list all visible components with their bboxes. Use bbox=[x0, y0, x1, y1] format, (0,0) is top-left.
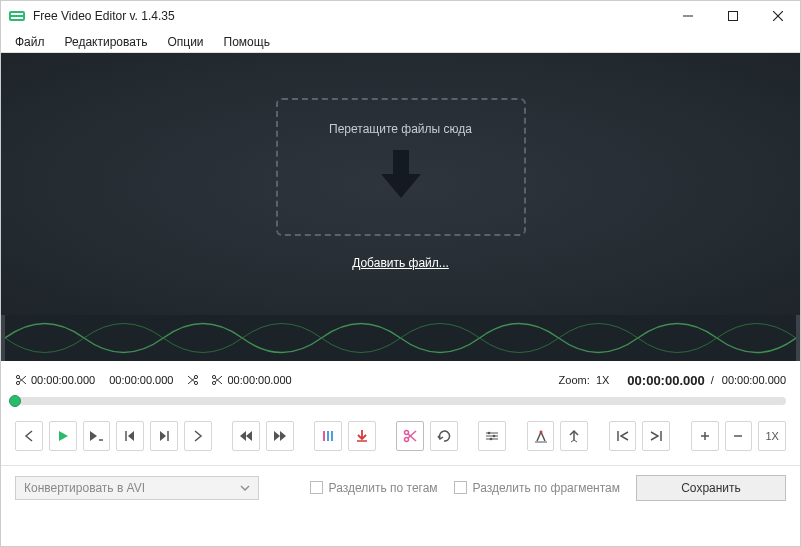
undo-button[interactable] bbox=[430, 421, 458, 451]
window-title: Free Video Editor v. 1.4.35 bbox=[33, 9, 665, 23]
fast-forward-button[interactable] bbox=[266, 421, 294, 451]
split-by-fragments-label: Разделить по фрагментам bbox=[473, 481, 620, 495]
menubar: Файл Редактировать Опции Помощь bbox=[1, 31, 800, 53]
zoom-in-button[interactable] bbox=[691, 421, 719, 451]
svg-point-36 bbox=[539, 431, 542, 434]
toolbar: 1X bbox=[1, 417, 800, 465]
rewind-button[interactable] bbox=[232, 421, 260, 451]
scissors-start-icon bbox=[15, 374, 27, 386]
next-file-button[interactable] bbox=[184, 421, 212, 451]
titlebar: Free Video Editor v. 1.4.35 bbox=[1, 1, 800, 31]
checkbox-icon bbox=[310, 481, 323, 494]
format-select-label: Конвертировать в AVI bbox=[24, 481, 145, 495]
chevron-down-icon bbox=[240, 485, 250, 491]
add-file-link[interactable]: Добавить файл... bbox=[352, 256, 449, 270]
menu-options[interactable]: Опции bbox=[159, 33, 211, 51]
time-info-row: 00:00:00.000 00:00:00.000 00:00:00.000 Z… bbox=[1, 367, 800, 393]
close-button[interactable] bbox=[755, 1, 800, 31]
bottom-bar: Конвертировать в AVI Разделить по тегам … bbox=[1, 465, 800, 509]
timeline-slider-wrap bbox=[1, 393, 800, 417]
zoom-label: Zoom: 1X bbox=[559, 374, 610, 386]
save-button[interactable]: Сохранить bbox=[636, 475, 786, 501]
svg-point-35 bbox=[490, 438, 493, 441]
down-arrow-icon bbox=[377, 148, 425, 200]
prev-file-button[interactable] bbox=[15, 421, 43, 451]
settings-button[interactable] bbox=[478, 421, 506, 451]
split-by-fragments-checkbox[interactable]: Разделить по фрагментам bbox=[454, 481, 620, 495]
time-separator: / bbox=[711, 374, 714, 386]
cut-button[interactable] bbox=[396, 421, 424, 451]
zoom-out-button[interactable] bbox=[725, 421, 753, 451]
menu-help[interactable]: Помощь bbox=[216, 33, 278, 51]
current-time: 00:00:00.000 bbox=[627, 373, 704, 388]
svg-point-26 bbox=[405, 431, 409, 435]
mark-out-button[interactable] bbox=[560, 421, 588, 451]
app-logo-icon bbox=[9, 8, 25, 24]
svg-point-27 bbox=[405, 438, 409, 442]
goto-end-button[interactable] bbox=[642, 421, 670, 451]
svg-rect-3 bbox=[728, 12, 737, 21]
svg-line-39 bbox=[571, 440, 574, 442]
selection-time: 00:00:00.000 bbox=[227, 374, 291, 386]
import-marker-button[interactable] bbox=[348, 421, 376, 451]
frame-back-button[interactable] bbox=[116, 421, 144, 451]
preview-area: Перетащите файлы сюда Добавить файл... bbox=[1, 53, 800, 315]
cut-start-time: 00:00:00.000 bbox=[31, 374, 95, 386]
menu-file[interactable]: Файл bbox=[7, 33, 53, 51]
svg-rect-1 bbox=[10, 15, 24, 17]
drop-hint: Перетащите файлы сюда bbox=[329, 122, 472, 136]
waveform-strip[interactable] bbox=[1, 315, 800, 361]
set-marker-button[interactable] bbox=[314, 421, 342, 451]
zoom-reset-button[interactable]: 1X bbox=[758, 421, 786, 451]
drop-zone[interactable]: Перетащите файлы сюда bbox=[276, 98, 526, 236]
goto-start-button[interactable] bbox=[609, 421, 637, 451]
scissors-end-icon bbox=[187, 374, 199, 386]
svg-point-34 bbox=[493, 435, 496, 438]
window-controls bbox=[665, 1, 800, 31]
mark-in-button[interactable] bbox=[527, 421, 555, 451]
svg-line-40 bbox=[574, 440, 577, 442]
timeline-slider[interactable] bbox=[15, 397, 786, 405]
menu-edit[interactable]: Редактировать bbox=[57, 33, 156, 51]
split-by-tags-label: Разделить по тегам bbox=[329, 481, 438, 495]
total-time: 00:00:00.000 bbox=[722, 374, 786, 386]
checkbox-icon bbox=[454, 481, 467, 494]
split-by-tags-checkbox[interactable]: Разделить по тегам bbox=[310, 481, 438, 495]
timeline-thumb[interactable] bbox=[9, 395, 21, 407]
minimize-button[interactable] bbox=[665, 1, 710, 31]
svg-point-33 bbox=[488, 432, 491, 435]
frame-forward-button[interactable] bbox=[150, 421, 178, 451]
format-select[interactable]: Конвертировать в AVI bbox=[15, 476, 259, 500]
cut-end-time: 00:00:00.000 bbox=[109, 374, 173, 386]
play-button[interactable] bbox=[49, 421, 77, 451]
play-selection-button[interactable] bbox=[83, 421, 111, 451]
zoom-value: 1X bbox=[596, 374, 609, 386]
maximize-button[interactable] bbox=[710, 1, 755, 31]
scissors-sel-icon bbox=[211, 374, 223, 386]
